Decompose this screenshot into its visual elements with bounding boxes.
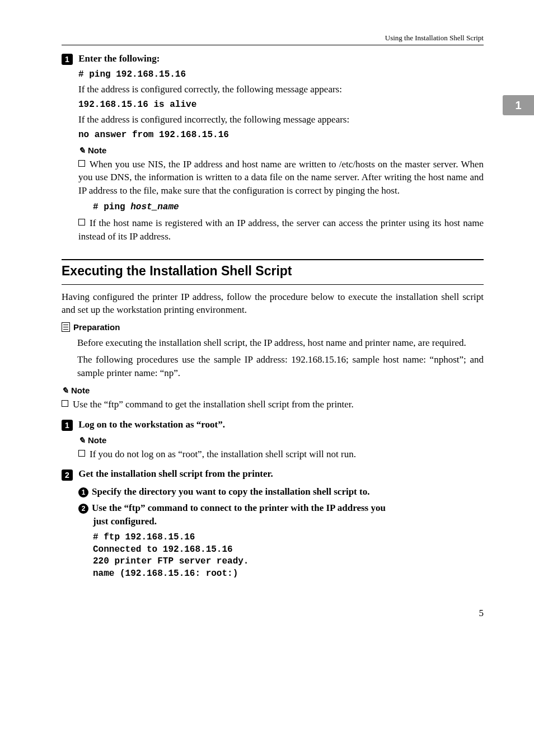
code-prefix: # ping <box>93 202 130 212</box>
step-1-text: Enter the following: <box>78 53 160 64</box>
substep-2-cont: just configured. <box>93 516 484 527</box>
step-a-text: Log on to the workstation as “root”. <box>78 419 225 430</box>
substep-1-text: Specify the directory you want to copy t… <box>92 486 369 497</box>
chapter-tab: 1 <box>503 95 534 115</box>
substep-2: 2Use the “ftp” command to connect to the… <box>78 501 484 515</box>
prep-label: Preparation <box>73 322 120 332</box>
note-label: Note <box>88 145 106 155</box>
stepA-note-bullet: If you do not log on as “root”, the inst… <box>78 448 484 461</box>
page-number: 5 <box>62 608 484 619</box>
code-ping: # ping 192.168.15.16 <box>78 69 484 79</box>
note2-bullet1: Use the “ftp” command to get the install… <box>62 398 484 411</box>
step-number-icon: 1 <box>62 420 73 431</box>
bullet-icon <box>78 160 85 167</box>
note1-bullet2: If the host name is registered with an I… <box>78 217 484 243</box>
note1-b2-text: If the host name is registered with an I… <box>78 218 484 242</box>
step-number-icon: 2 <box>62 469 73 481</box>
code-alive: 192.168.15.16 is alive <box>78 100 484 110</box>
pencil-icon: ✎ <box>78 435 86 445</box>
stepA-note-text: If you do not log on as “root”, the inst… <box>90 449 356 459</box>
note-label: Note <box>71 386 90 395</box>
step-b: 2 Get the installation shell script from… <box>62 468 484 480</box>
step-1: 1 Enter the following: <box>62 53 484 65</box>
pencil-icon: ✎ <box>62 386 69 395</box>
preparation-header: Preparation <box>62 322 484 333</box>
running-header: Using the Installation Shell Script <box>62 34 484 45</box>
step-b-text: Get the installation shell script from t… <box>78 468 273 479</box>
note-header-1: ✎Note <box>78 145 484 156</box>
ftp-code-block: # ftp 192.168.15.16Connected to 192.168.… <box>93 532 484 580</box>
code-hostvar: host_name <box>130 202 179 212</box>
body-correct: If the address is configured correctly, … <box>78 83 484 96</box>
note-label: Note <box>88 435 106 445</box>
prep-p1: Before executing the installation shell … <box>77 336 484 350</box>
step-number-icon: 1 <box>62 54 73 65</box>
note1-b1-text: When you use NIS, the IP address and hos… <box>78 159 484 196</box>
section-heading: Executing the Installation Shell Script <box>62 259 484 285</box>
substep-1: 1Specify the directory you want to copy … <box>78 485 484 499</box>
note2-b1-text: Use the “ftp” command to get the install… <box>73 399 354 410</box>
circled-number-icon: 2 <box>78 504 88 514</box>
bullet-icon <box>62 400 68 407</box>
code-ping-host: # ping host_name <box>93 202 484 212</box>
note-header-3: ✎Note <box>78 435 484 445</box>
code-noanswer: no answer from 192.168.15.16 <box>78 130 484 140</box>
substep-2-text-a: Use the “ftp” command to connect to the … <box>92 503 386 513</box>
bullet-icon <box>78 219 85 226</box>
prep-p2: The following procedures use the sample … <box>77 353 484 380</box>
step-a: 1 Log on to the workstation as “root”. <box>62 419 484 431</box>
document-icon <box>62 322 70 332</box>
circled-number-icon: 1 <box>78 487 88 497</box>
bullet-icon <box>78 450 85 457</box>
intro-para: Having configured the printer IP address… <box>62 290 484 317</box>
note1-bullet1: When you use NIS, the IP address and hos… <box>78 158 484 198</box>
note-header-2: ✎Note <box>62 386 484 396</box>
body-incorrect: If the address is configured incorrectly… <box>78 113 484 126</box>
pencil-icon: ✎ <box>78 145 86 155</box>
